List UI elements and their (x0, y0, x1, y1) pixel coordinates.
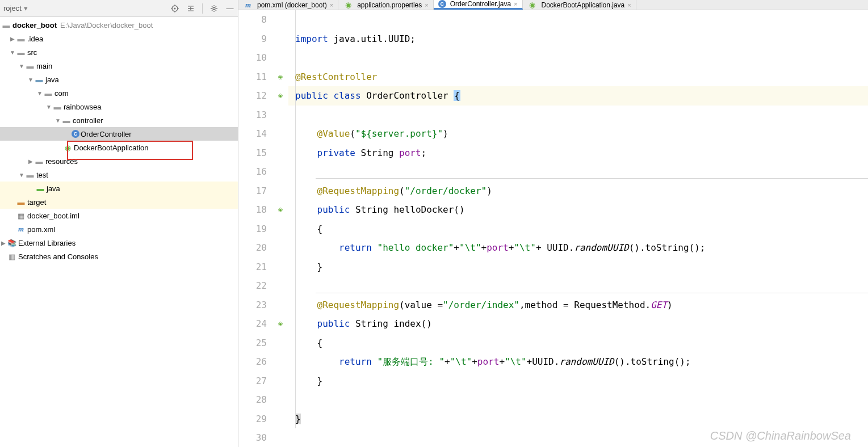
tree-target[interactable]: ▶▬ target (0, 195, 238, 209)
tree-test-java[interactable]: ▬ java (0, 182, 238, 195)
folder-icon: ▬ (35, 184, 45, 193)
editor-area: m pom.xml (docker_boot) × ◉ application.… (238, 0, 868, 447)
tree-iml[interactable]: ▶▦ docker_boot.iml (0, 209, 238, 222)
sidebar-title[interactable]: roject▾ (3, 4, 170, 12)
tree-scratches[interactable]: ▶▥ Scratches and Consoles (0, 250, 238, 263)
svg-point-1 (174, 7, 176, 9)
folder-icon: ▬ (34, 157, 44, 166)
folder-icon: ▬ (16, 197, 26, 206)
svg-point-10 (213, 7, 215, 10)
project-icon: ▬ (1, 20, 11, 29)
package-icon: ▬ (43, 88, 53, 98)
project-sidebar: roject▾ — ▬ docker_boot E:\Java\Docker\d… (0, 0, 238, 447)
tree-controller[interactable]: ▼▬ controller (0, 113, 238, 127)
tree-resources[interactable]: ▶▬ resources (0, 154, 238, 168)
tree-ordercontroller[interactable]: C OrderController (0, 127, 238, 141)
tree-rainbowsea[interactable]: ▼▬ rainbowsea (0, 100, 238, 113)
code-editor[interactable]: 8910111213141516171819202122232425262728… (238, 10, 868, 447)
class-icon: C (438, 0, 446, 8)
expand-icon[interactable] (186, 4, 195, 13)
tab-dockerbootapp[interactable]: ◉ DockerBootApplication.java × (523, 0, 636, 10)
library-icon: 📚 (7, 238, 17, 247)
folder-icon: ▬ (34, 75, 44, 84)
hide-icon[interactable]: — (225, 4, 234, 13)
gutter-icons: ❀ ❀ ❀ ❀ (272, 10, 288, 447)
package-icon: ▬ (61, 116, 72, 125)
tab-ordercontroller[interactable]: C OrderController.java × (434, 0, 523, 10)
tree-test[interactable]: ▼▬ test (0, 168, 238, 182)
tree-pom[interactable]: ▶m pom.xml (0, 222, 238, 236)
locate-icon[interactable] (170, 4, 179, 13)
tree-java[interactable]: ▼▬ java (0, 73, 238, 86)
tree-dockerbootapp[interactable]: ◉ DockerBootApplication (0, 141, 238, 154)
tree-idea[interactable]: ▶▬ .idea (0, 32, 238, 45)
folder-icon: ▬ (16, 34, 26, 43)
spring-icon: ◉ (343, 1, 353, 10)
file-icon: ▦ (16, 211, 26, 220)
tree-src[interactable]: ▼▬ src (0, 45, 238, 59)
spring-gutter-icon[interactable]: ❀ (278, 200, 283, 220)
spring-gutter-icon[interactable]: ❀ (278, 314, 283, 334)
spring-icon: ◉ (527, 1, 538, 10)
spring-gutter-icon[interactable]: ❀ (278, 68, 283, 87)
folder-icon: ▬ (25, 170, 35, 179)
sidebar-header: roject▾ — (0, 0, 238, 17)
separator (202, 3, 203, 14)
tree-ext-libs[interactable]: ▶📚 External Libraries (0, 236, 238, 250)
spring-icon: ◉ (62, 143, 73, 152)
close-icon[interactable]: × (425, 2, 428, 9)
tree-project-root[interactable]: ▬ docker_boot E:\Java\Docker\docker_boot (0, 18, 238, 32)
close-icon[interactable]: × (627, 2, 631, 9)
tree-main[interactable]: ▼▬ main (0, 59, 238, 73)
spring-gutter-icon[interactable]: ❀ (278, 86, 283, 106)
tab-application-properties[interactable]: ◉ application.properties × (338, 0, 434, 10)
settings-icon[interactable] (209, 4, 219, 13)
maven-icon: m (16, 225, 26, 234)
tree-com[interactable]: ▼▬ com (0, 86, 238, 100)
close-icon[interactable]: × (514, 1, 517, 7)
line-gutter: 8910111213141516171819202122232425262728… (238, 10, 272, 447)
tab-pom[interactable]: m pom.xml (docker_boot) × (238, 0, 338, 10)
code-content[interactable]: import java.util.UUID; @RestController p… (288, 10, 868, 447)
folder-icon: ▬ (16, 48, 26, 57)
close-icon[interactable]: × (330, 2, 333, 9)
watermark: CSDN @ChinaRainbowSea (710, 429, 851, 442)
package-icon: ▬ (52, 102, 62, 111)
project-tree: ▬ docker_boot E:\Java\Docker\docker_boot… (0, 17, 238, 447)
class-icon: C (72, 130, 79, 138)
maven-icon: m (243, 1, 253, 10)
scratches-icon: ▥ (7, 252, 17, 261)
editor-tabs: m pom.xml (docker_boot) × ◉ application.… (238, 0, 868, 10)
folder-icon: ▬ (25, 61, 35, 70)
